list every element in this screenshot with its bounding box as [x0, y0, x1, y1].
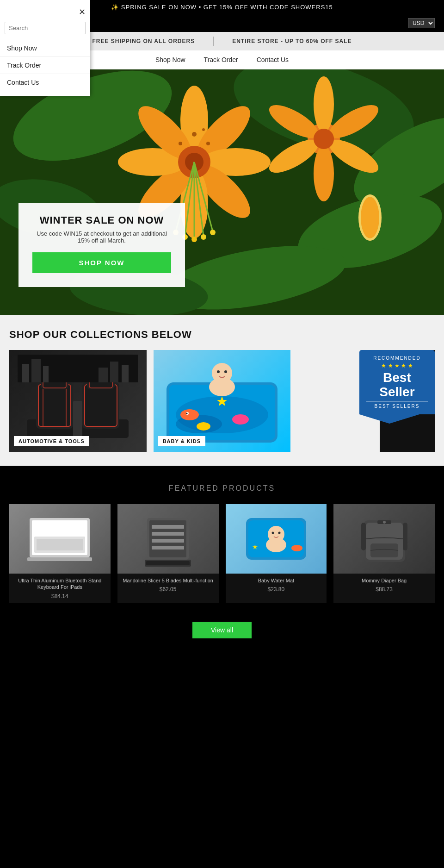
collections-grid: AUTOMOTIVE & TOOLS — [9, 350, 435, 452]
product-card-baby-mat[interactable]: Baby Water Mat $23.80 — [226, 504, 327, 603]
hero-banner: WINTER SALE ON NOW Use code WIN15 at che… — [0, 69, 444, 315]
svg-rect-85 — [152, 539, 184, 543]
svg-point-74 — [217, 370, 220, 373]
svg-rect-84 — [152, 532, 184, 536]
bs-recommended: RECOMMENDED — [366, 356, 428, 361]
close-icon[interactable]: ✕ — [79, 7, 86, 17]
svg-point-35 — [314, 146, 334, 201]
svg-point-68 — [186, 413, 188, 414]
product-card-bag[interactable]: Mommy Diaper Bag $88.73 — [333, 504, 435, 603]
svg-rect-61 — [99, 368, 108, 382]
mobile-menu-item-contact[interactable]: Contact Us — [0, 74, 90, 91]
product-name-baby-mat: Baby Water Mat — [228, 577, 325, 584]
product-info-baby-mat: Baby Water Mat $23.80 — [226, 574, 327, 596]
products-grid: Ultra Thin Aluminum Bluetooth Stand Keyb… — [9, 504, 435, 603]
svg-point-70 — [232, 414, 249, 425]
product-card-laptop[interactable]: Ultra Thin Aluminum Bluetooth Stand Keyb… — [9, 504, 111, 603]
featured-products-section: FEATURED PRODUCTS Ultra Thin Aluminum Bl… — [0, 466, 444, 662]
baby-label: BABY & KIDS — [158, 436, 205, 446]
svg-point-66 — [180, 409, 199, 420]
bestseller-badge: RECOMMENDED ★ ★ ★ ★ ★ BestSeller BEST SE… — [359, 350, 435, 424]
mobile-menu-overlay: ✕ Shop Now Track Order Contact Us — [0, 0, 90, 96]
svg-point-73 — [209, 378, 235, 396]
svg-point-75 — [224, 370, 227, 373]
product-price-slicer: $62.05 — [120, 586, 216, 593]
menu-close-area: ✕ — [0, 5, 90, 19]
product-card-slicer[interactable]: Mandoline Slicer 5 Blades Multi-function… — [117, 504, 219, 603]
svg-rect-58 — [43, 366, 49, 382]
product-image-baby-mat — [226, 504, 327, 574]
shipping-divider — [213, 37, 214, 46]
svg-point-18 — [202, 128, 205, 131]
svg-rect-51 — [85, 385, 117, 426]
search-input[interactable] — [5, 22, 86, 34]
shipping-left: FREE SHIPPING ON ALL ORDERS — [92, 38, 195, 44]
nav-shop-now[interactable]: Shop Now — [155, 56, 185, 63]
svg-rect-59 — [110, 362, 118, 382]
svg-point-94 — [278, 532, 280, 534]
nav-contact-us[interactable]: Contact Us — [257, 56, 289, 63]
hero-promo-box: WINTER SALE ON NOW Use code WIN15 at che… — [18, 203, 185, 287]
collection-baby[interactable]: BABY & KIDS — [154, 350, 291, 452]
bs-triangle-decoration — [359, 414, 419, 424]
product-info-slicer: Mandoline Slicer 5 Blades Multi-function… — [117, 574, 219, 596]
product-name-slicer: Mandoline Slicer 5 Blades Multi-function — [120, 577, 216, 584]
collection-automotive[interactable]: AUTOMOTIVE & TOOLS — [9, 350, 147, 452]
mobile-menu-item-track[interactable]: Track Order — [0, 57, 90, 74]
svg-rect-103 — [370, 543, 398, 557]
svg-point-93 — [271, 532, 274, 534]
svg-rect-60 — [122, 365, 129, 382]
svg-rect-80 — [37, 539, 83, 550]
announcement-text: ✨ SPRING SALE ON NOW • GET 15% OFF WITH … — [111, 4, 333, 11]
svg-point-40 — [361, 197, 379, 238]
collections-section: SHOP OUR COLLECTIONS BELOW — [0, 315, 444, 466]
mobile-menu-item-shop[interactable]: Shop Now — [0, 40, 90, 57]
bs-stars: ★ ★ ★ ★ ★ — [366, 362, 428, 369]
mobile-search-container — [0, 19, 90, 40]
svg-rect-99 — [361, 523, 366, 550]
svg-point-28 — [201, 234, 206, 240]
view-all-container: View all — [9, 617, 435, 648]
svg-point-32 — [314, 76, 334, 132]
product-info-laptop: Ultra Thin Aluminum Bluetooth Stand Keyb… — [9, 574, 111, 603]
product-name-bag: Mommy Diaper Bag — [336, 577, 432, 584]
svg-rect-57 — [31, 359, 41, 382]
svg-rect-83 — [152, 525, 184, 529]
svg-rect-54 — [73, 401, 82, 438]
svg-rect-86 — [152, 546, 184, 550]
svg-point-16 — [206, 142, 210, 145]
svg-point-30 — [210, 230, 216, 235]
nav-track-order[interactable]: Track Order — [204, 56, 238, 63]
svg-point-26 — [191, 237, 197, 242]
hero-sale-description: Use code WIN15 at checkout to get an add… — [32, 230, 171, 244]
shipping-right: ENTIRE STORE - UP TO 60% OFF SALE — [232, 38, 352, 44]
svg-rect-88 — [146, 561, 190, 565]
collection-bestsellers[interactable]: RECOMMENDED ★ ★ ★ ★ ★ BestSeller BEST SE… — [297, 350, 435, 452]
svg-rect-78 — [27, 557, 92, 561]
view-all-button[interactable]: View all — [192, 622, 252, 638]
product-image-bag — [333, 504, 435, 574]
featured-title: FEATURED PRODUCTS — [9, 484, 435, 493]
svg-point-17 — [179, 142, 182, 145]
bs-main-text: BestSeller — [366, 371, 428, 400]
hero-sale-title: WINTER SALE ON NOW — [32, 214, 171, 226]
currency-selector[interactable]: USD CAD AUD GBP EUR — [408, 18, 435, 28]
product-image-laptop — [9, 504, 111, 574]
svg-point-38 — [314, 129, 334, 149]
svg-point-92 — [266, 537, 286, 552]
product-price-laptop: $84.14 — [12, 593, 108, 599]
product-price-baby-mat: $23.80 — [228, 586, 325, 593]
collections-title: SHOP OUR COLLECTIONS BELOW — [9, 329, 435, 341]
svg-rect-56 — [22, 364, 29, 382]
hero-shop-now-button[interactable]: SHOP NOW — [32, 252, 171, 273]
product-price-bag: $88.73 — [336, 586, 432, 593]
automotive-label: AUTOMOTIVE & TOOLS — [14, 436, 89, 446]
svg-rect-100 — [403, 523, 407, 550]
product-image-slicer — [117, 504, 219, 574]
svg-point-102 — [383, 521, 386, 524]
svg-point-15 — [192, 132, 197, 137]
svg-point-96 — [291, 545, 302, 551]
product-info-bag: Mommy Diaper Bag $88.73 — [333, 574, 435, 596]
bs-sub-text: BEST SELLERS — [366, 401, 428, 409]
svg-point-69 — [197, 422, 210, 431]
